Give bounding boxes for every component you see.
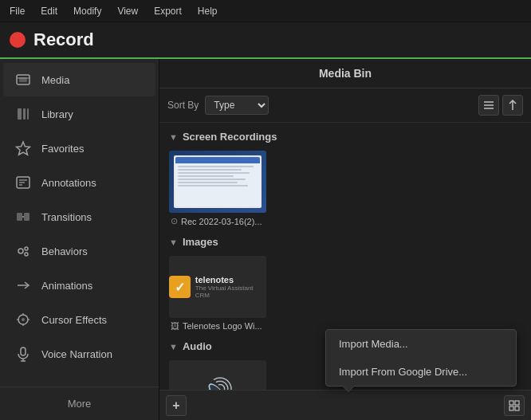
- sidebar-more-button[interactable]: More: [0, 387, 159, 420]
- audio-thumbnail: 🔊: [169, 360, 266, 390]
- svg-point-15: [25, 247, 28, 250]
- svg-point-19: [22, 318, 25, 321]
- screen-recording-name-row: ⊙ Rec 2022-03-16(2)...: [169, 216, 521, 226]
- svg-rect-4: [23, 108, 26, 120]
- sidebar-item-transitions[interactable]: Transitions: [3, 200, 155, 234]
- sidebar-item-media-label: Media: [41, 74, 69, 86]
- menu-export[interactable]: Export: [151, 4, 185, 18]
- behaviors-icon: [14, 242, 32, 260]
- menu-modify[interactable]: Modify: [70, 4, 104, 18]
- svg-rect-5: [27, 108, 29, 120]
- sidebar-item-animations-label: Animations: [41, 280, 92, 292]
- sidebar-item-favorites-label: Favorites: [41, 143, 84, 155]
- media-icon: [14, 71, 32, 88]
- image-filename: Telenotes Logo Wi...: [183, 321, 262, 331]
- screen-recording-thumbnail: [169, 151, 266, 213]
- bottom-toolbar: +: [159, 390, 531, 420]
- svg-rect-34: [515, 406, 519, 410]
- sidebar-item-media[interactable]: Media: [3, 63, 155, 96]
- sidebar-items: Media Library Favorite: [0, 59, 159, 387]
- record-circle-icon: ⊙: [171, 216, 178, 226]
- svg-point-16: [25, 253, 28, 256]
- sidebar-item-cursor-effects-label: Cursor Effects: [41, 314, 107, 326]
- sort-bar: Sort By Type Name Date Size: [159, 88, 531, 123]
- sidebar-item-annotations-label: Annotations: [41, 177, 96, 189]
- speaker-icon: 🔊: [202, 376, 234, 390]
- transitions-icon: [14, 208, 32, 226]
- main-layout: Media Library Favorite: [0, 59, 531, 420]
- svg-marker-6: [17, 142, 30, 155]
- svg-point-14: [18, 249, 23, 253]
- chevron-down-icon-2: ▼: [169, 237, 178, 247]
- sidebar-item-behaviors[interactable]: Behaviors: [3, 234, 155, 268]
- svg-rect-11: [17, 213, 22, 221]
- svg-rect-31: [509, 401, 513, 405]
- context-menu: Import Media... Import From Google Drive…: [325, 329, 517, 387]
- menu-file[interactable]: File: [6, 4, 28, 18]
- sidebar-item-library[interactable]: Library: [3, 97, 155, 131]
- menubar: File Edit Modify View Export Help: [0, 0, 531, 22]
- sort-list-view-button[interactable]: [478, 95, 499, 116]
- sort-by-label: Sort By: [167, 100, 199, 111]
- sidebar-item-voice-narration-label: Voice Narration: [41, 348, 112, 360]
- import-media-item[interactable]: Import Media...: [326, 330, 516, 358]
- screen-recording-filename: Rec 2022-03-16(2)...: [181, 217, 262, 226]
- section-images[interactable]: ▼ Images: [163, 233, 528, 251]
- image-thumbnail: ✓ telenotes The Virtual Assistant CRM: [169, 256, 266, 318]
- sort-icons: [478, 95, 523, 116]
- star-icon: [14, 139, 32, 157]
- sidebar-item-favorites[interactable]: Favorites: [3, 131, 155, 165]
- sidebar-item-transitions-label: Transitions: [41, 211, 92, 223]
- telenotes-logo: ✓ telenotes The Virtual Assistant CRM: [169, 275, 266, 299]
- svg-rect-24: [21, 347, 26, 355]
- svg-rect-33: [509, 406, 513, 410]
- more-label: More: [68, 398, 92, 410]
- screen-recordings-label: Screen Recordings: [183, 131, 277, 143]
- telenotes-check-icon: ✓: [169, 276, 191, 298]
- image-icon: 🖼: [171, 321, 179, 331]
- sidebar-item-behaviors-label: Behaviors: [41, 245, 88, 257]
- cursor-icon: [14, 311, 32, 328]
- annotations-icon: [14, 174, 32, 191]
- content-area: Media Bin Sort By Type Name Date Size: [159, 59, 531, 420]
- import-google-drive-item[interactable]: Import From Google Drive...: [326, 358, 516, 386]
- section-screen-recordings[interactable]: ▼ Screen Recordings: [163, 128, 528, 146]
- record-dot: [10, 32, 26, 48]
- add-media-button[interactable]: +: [166, 395, 187, 416]
- sort-select[interactable]: Type Name Date Size: [205, 96, 269, 115]
- grid-view-button[interactable]: [504, 395, 525, 416]
- media-bin-header: Media Bin: [159, 59, 531, 88]
- audio-label: Audio: [183, 340, 212, 352]
- screen-recording-item[interactable]: ⊙ Rec 2022-03-16(2)...: [163, 147, 528, 231]
- sidebar: Media Library Favorite: [0, 59, 159, 420]
- menu-view[interactable]: View: [114, 4, 141, 18]
- svg-rect-12: [24, 213, 30, 221]
- titlebar: Record: [0, 22, 531, 59]
- sidebar-item-cursor-effects[interactable]: Cursor Effects: [3, 303, 155, 336]
- sidebar-item-animations[interactable]: Animations: [3, 269, 155, 302]
- image-item[interactable]: ✓ telenotes The Virtual Assistant CRM 🖼 …: [163, 253, 528, 336]
- library-icon: [14, 105, 32, 123]
- menu-edit[interactable]: Edit: [37, 4, 61, 18]
- sidebar-item-library-label: Library: [41, 108, 73, 120]
- menu-help[interactable]: Help: [195, 4, 221, 18]
- svg-rect-32: [515, 401, 519, 405]
- microphone-icon: [14, 345, 32, 363]
- sidebar-item-annotations[interactable]: Annotations: [3, 166, 155, 199]
- chevron-down-icon-3: ▼: [169, 342, 178, 351]
- animations-icon: [14, 277, 32, 294]
- chevron-down-icon: ▼: [169, 132, 178, 142]
- images-label: Images: [183, 236, 218, 248]
- context-menu-arrow: [342, 386, 355, 392]
- sidebar-item-voice-narration[interactable]: Voice Narration: [3, 337, 155, 371]
- page-title: Record: [33, 29, 94, 50]
- sort-order-button[interactable]: [502, 95, 523, 116]
- svg-rect-3: [18, 108, 22, 120]
